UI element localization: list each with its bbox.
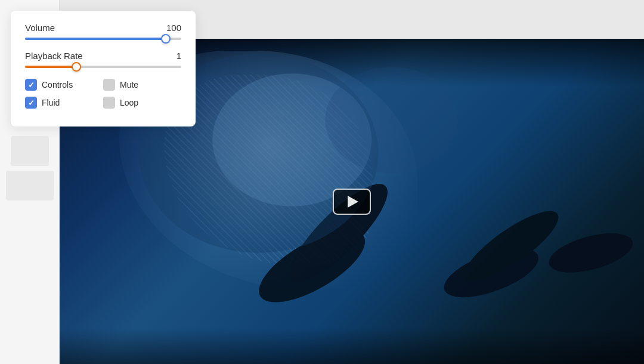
main-container: Volume 100 Playback Rate 1 bbox=[0, 0, 644, 364]
playback-rate-slider-container[interactable] bbox=[25, 66, 181, 68]
volume-row: Volume 100 bbox=[25, 23, 181, 33]
volume-slider-container[interactable] bbox=[25, 38, 181, 40]
volume-slider-thumb[interactable] bbox=[161, 34, 171, 44]
loop-checkbox-group[interactable]: Loop bbox=[103, 97, 181, 109]
playback-rate-slider-track bbox=[25, 66, 181, 68]
playback-rate-value: 1 bbox=[177, 51, 181, 61]
svg-point-4 bbox=[545, 226, 637, 280]
play-icon bbox=[348, 196, 358, 208]
loop-checkbox[interactable] bbox=[103, 97, 115, 109]
volume-slider-fill bbox=[25, 38, 166, 40]
mute-checkbox[interactable] bbox=[103, 79, 115, 91]
checkboxes-grid: ✓ Controls ✓ Fluid Mute bbox=[25, 79, 181, 115]
fluid-checkbox-group[interactable]: ✓ Fluid bbox=[25, 97, 103, 109]
controls-checkbox-group[interactable]: ✓ Controls bbox=[25, 79, 103, 91]
mute-checkbox-group[interactable]: Mute bbox=[103, 79, 181, 91]
control-panel: Volume 100 Playback Rate 1 bbox=[11, 11, 196, 127]
side-item-1 bbox=[11, 136, 49, 166]
playback-rate-row: Playback Rate 1 bbox=[25, 51, 181, 61]
playback-rate-slider-thumb[interactable] bbox=[72, 62, 81, 72]
mute-checkbox-label: Mute bbox=[120, 80, 138, 90]
volume-slider-track bbox=[25, 38, 181, 40]
volume-value: 100 bbox=[166, 23, 181, 33]
video-dark-overlay-bottom bbox=[60, 328, 644, 364]
volume-label: Volume bbox=[25, 23, 55, 33]
fluid-checkbox[interactable]: ✓ bbox=[25, 97, 37, 109]
side-item-2 bbox=[6, 171, 54, 200]
fluid-checkbox-label: Fluid bbox=[42, 98, 60, 107]
controls-checkmark: ✓ bbox=[28, 81, 35, 89]
playback-rate-slider-fill bbox=[25, 66, 76, 68]
play-button[interactable] bbox=[333, 189, 371, 215]
svg-point-7 bbox=[325, 67, 458, 173]
controls-checkbox[interactable]: ✓ bbox=[25, 79, 37, 91]
playback-rate-label: Playback Rate bbox=[25, 51, 83, 61]
loop-checkbox-label: Loop bbox=[120, 98, 138, 107]
controls-checkbox-label: Controls bbox=[42, 80, 73, 90]
fluid-checkmark: ✓ bbox=[28, 99, 35, 107]
